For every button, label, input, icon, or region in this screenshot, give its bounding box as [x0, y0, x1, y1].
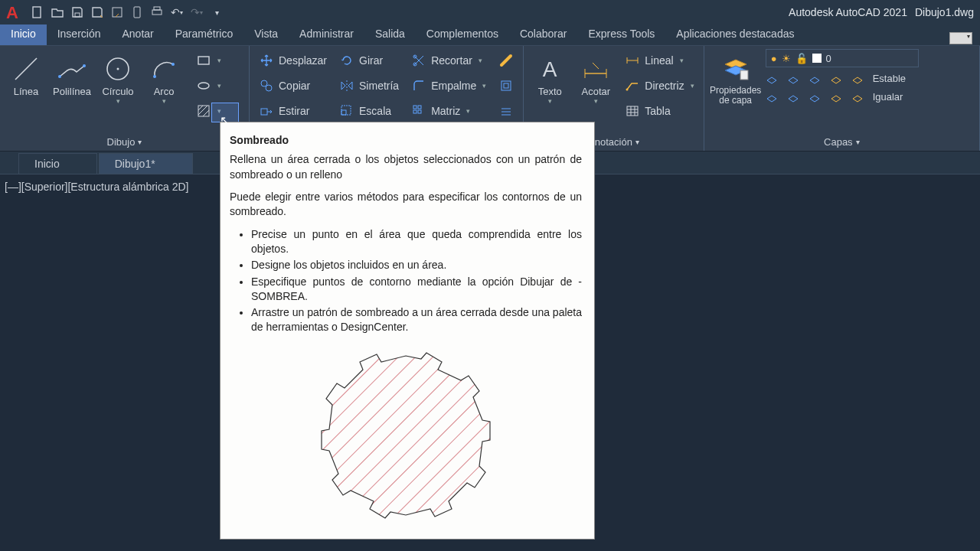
save-icon[interactable]	[70, 5, 84, 19]
open-icon[interactable]	[51, 5, 64, 19]
layer-on-icon[interactable]	[766, 91, 779, 105]
svg-rect-5	[154, 7, 160, 10]
estirar-button[interactable]: Estirar	[254, 99, 332, 122]
tab-inicio[interactable]: Inicio	[0, 24, 47, 45]
layer-make-icon[interactable]	[851, 73, 865, 86]
layer-unlock-icon[interactable]	[808, 91, 822, 105]
tooltip-illustration	[230, 347, 582, 523]
svg-line-6	[15, 58, 37, 80]
arco-label: Arco	[154, 86, 175, 97]
viewport-controls[interactable]: [—][Superior][Estructura alámbrica 2D]	[5, 181, 188, 193]
tooltip-desc: Rellena un área cerrada o los objetos se…	[230, 152, 582, 182]
tooltip-li: Precise un punto en el área que queda co…	[251, 227, 582, 257]
tooltip-list: Precise un punto en el área que queda co…	[251, 227, 582, 335]
saveas-icon[interactable]	[90, 5, 104, 19]
layer-off-icon[interactable]	[766, 73, 779, 86]
layer-freeze-icon[interactable]	[787, 73, 801, 86]
app-logo[interactable]: A	[6, 3, 24, 21]
linea-label: Línea	[14, 86, 39, 97]
girar-button[interactable]: Girar	[335, 49, 403, 72]
layer-thaw-icon[interactable]	[787, 91, 801, 105]
acotar-button[interactable]: Acotar	[574, 49, 617, 132]
tab-vista[interactable]: Vista	[243, 24, 289, 45]
undo-icon[interactable]: ↶▾	[170, 5, 184, 19]
simetria-button[interactable]: Simetría	[335, 74, 403, 97]
layer-match-icon[interactable]	[851, 91, 865, 105]
print-icon[interactable]	[150, 5, 164, 19]
new-icon[interactable]	[31, 5, 44, 19]
rectangle-button[interactable]: ▾	[191, 49, 226, 72]
ellipse-button[interactable]: ▾	[191, 74, 226, 97]
copiar-button[interactable]: Copiar	[254, 74, 332, 97]
svg-point-7	[58, 75, 61, 78]
panel-title-capas[interactable]: Capas ▾	[704, 132, 979, 151]
desplazar-button[interactable]: Desplazar	[254, 49, 332, 72]
layer-uniso-icon[interactable]	[830, 91, 844, 105]
tooltip-title: Sombreado	[230, 133, 582, 148]
tab-anotar[interactable]: Anotar	[112, 24, 165, 45]
layer-selector[interactable]: ● ☀ 🔓 0	[766, 49, 919, 67]
escala-button[interactable]: Escala	[335, 99, 403, 122]
panel-title-dibujo[interactable]: Dibujo ▾	[0, 132, 249, 151]
tabla-button[interactable]: Tabla	[620, 99, 698, 122]
polilinea-button[interactable]: Polilínea	[51, 49, 93, 132]
svg-point-12	[172, 63, 175, 66]
panel-dibujo: Línea Polilínea Círculo Arco ▾ ▾ ▾	[0, 46, 250, 151]
redo-icon[interactable]: ↷▾	[190, 5, 204, 19]
tab-administrar[interactable]: Administrar	[289, 24, 364, 45]
svg-point-11	[153, 75, 156, 78]
svg-rect-27	[501, 81, 511, 90]
tab-express-tools[interactable]: Express Tools	[577, 24, 665, 45]
svg-rect-19	[341, 110, 346, 115]
svg-rect-4	[152, 10, 162, 15]
tab-complementos[interactable]: Complementos	[416, 24, 509, 45]
qat-dropdown-icon[interactable]: ▾	[210, 5, 224, 19]
svg-rect-15	[198, 106, 209, 116]
layer-lock-icon[interactable]	[808, 73, 822, 86]
propiedades-capa-button[interactable]: Propiedades de capa	[709, 49, 763, 132]
igualar-label[interactable]: Igualar	[873, 91, 903, 105]
matriz-button[interactable]: Matriz▾	[407, 99, 491, 122]
ribbon-toggle-icon[interactable]: ▾	[949, 32, 972, 44]
propiedades-capa-label: Propiedades de capa	[709, 86, 763, 106]
svg-text:A: A	[543, 57, 557, 81]
panel-capas: Propiedades de capa ● ☀ 🔓 0	[704, 46, 980, 151]
sombreado-tooltip: Sombreado Rellena un área cerrada o los …	[220, 122, 595, 540]
svg-point-14	[198, 83, 209, 89]
svg-point-8	[83, 64, 86, 67]
arco-button[interactable]: Arco	[142, 49, 185, 132]
doctab-dibujo1[interactable]: Dibujo1*	[99, 153, 193, 174]
tab-parametrico[interactable]: Paramétrico	[165, 24, 243, 45]
tab-salida[interactable]: Salida	[364, 24, 416, 45]
offset-button[interactable]	[494, 99, 518, 122]
circulo-button[interactable]: Círculo	[96, 49, 139, 132]
explode-button[interactable]	[494, 74, 518, 97]
directriz-button[interactable]: Directriz▾	[620, 74, 698, 97]
svg-rect-1	[75, 13, 80, 17]
polilinea-label: Polilínea	[53, 86, 91, 97]
tab-aplicaciones[interactable]: Aplicaciones destacadas	[665, 24, 805, 45]
layer-name: 0	[826, 53, 831, 64]
mobile-icon[interactable]	[130, 5, 144, 19]
tooltip-li: Especifique puntos de contorno mediante …	[251, 275, 582, 305]
lineal-button[interactable]: Lineal▾	[620, 49, 698, 72]
svg-point-36	[626, 89, 629, 91]
tab-colaborar[interactable]: Colaborar	[509, 24, 577, 45]
doctab-inicio[interactable]: Inicio	[18, 153, 97, 174]
erase-button[interactable]	[494, 49, 518, 72]
empalme-button[interactable]: Empalme▾	[407, 74, 491, 97]
cursor-icon: ↖	[220, 113, 230, 128]
svg-rect-24	[418, 106, 421, 109]
circulo-label: Círculo	[102, 86, 133, 97]
establecer-label[interactable]: Estable	[873, 73, 906, 86]
web-icon[interactable]	[110, 5, 124, 19]
svg-rect-23	[413, 106, 416, 109]
svg-rect-37	[627, 106, 638, 116]
tab-insercion[interactable]: Inserción	[47, 24, 112, 45]
layer-iso-icon[interactable]	[830, 73, 844, 86]
svg-point-16	[261, 80, 267, 86]
linea-button[interactable]: Línea	[5, 49, 47, 132]
svg-rect-42	[740, 70, 748, 80]
recortar-button[interactable]: Recortar▾	[407, 49, 491, 72]
texto-button[interactable]: A Texto	[528, 49, 571, 132]
